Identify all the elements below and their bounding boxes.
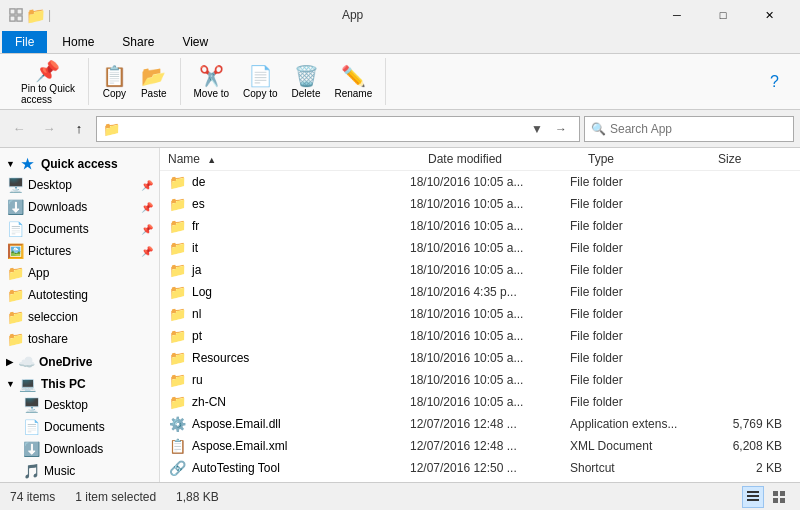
table-row[interactable]: ⚙️ Aspose.Email.dll 12/07/2016 12:48 ...… bbox=[160, 413, 800, 435]
folder-breadcrumb-icon: 📁 bbox=[103, 121, 120, 137]
rename-button[interactable]: ✏️ Rename bbox=[329, 61, 377, 102]
file-date: 18/10/2016 10:05 a... bbox=[410, 395, 570, 409]
forward-button[interactable]: → bbox=[36, 116, 62, 142]
file-name: ja bbox=[192, 263, 201, 277]
file-icon: ⚙️ bbox=[168, 415, 186, 433]
maximize-button[interactable]: □ bbox=[700, 0, 746, 30]
copy-to-button[interactable]: 📄 Copy to bbox=[238, 61, 282, 102]
minimize-button[interactable]: ─ bbox=[654, 0, 700, 30]
help-button[interactable]: ? bbox=[765, 70, 784, 94]
sidebar-item-seleccion[interactable]: 📁 seleccion bbox=[0, 306, 159, 328]
table-row[interactable]: 📁 de 18/10/2016 10:05 a... File folder bbox=[160, 171, 800, 193]
file-name: AutoTesting Tool bbox=[192, 461, 280, 475]
file-name-cell: ⚙️ Bizagi.AutoTesting.dll bbox=[168, 481, 410, 482]
table-row[interactable]: 🔗 AutoTesting Tool 12/07/2016 12:50 ... … bbox=[160, 457, 800, 479]
column-name[interactable]: Name ▲ bbox=[168, 152, 428, 166]
sidebar-label: Downloads bbox=[28, 200, 139, 214]
close-button[interactable]: ✕ bbox=[746, 0, 792, 30]
search-input[interactable] bbox=[610, 122, 787, 136]
file-type: File folder bbox=[570, 285, 700, 299]
sidebar-section-thispc[interactable]: ▼ 💻 This PC bbox=[0, 372, 159, 394]
tab-view[interactable]: View bbox=[169, 31, 221, 53]
ribbon: 📌 Pin to Quickaccess 📋 Copy 📂 Paste ✂️ M… bbox=[0, 54, 800, 110]
large-icons-view-button[interactable] bbox=[768, 486, 790, 508]
pin-indicator: 📌 bbox=[141, 224, 153, 235]
sidebar-item-thispc-music[interactable]: 🎵 Music bbox=[0, 460, 159, 482]
file-name-cell: 📁 fr bbox=[168, 217, 410, 235]
file-date: 18/10/2016 10:05 a... bbox=[410, 219, 570, 233]
file-icon: 📋 bbox=[168, 437, 186, 455]
file-type: XML Document bbox=[570, 439, 700, 453]
sidebar-item-downloads[interactable]: ⬇️ Downloads 📌 bbox=[0, 196, 159, 218]
sidebar-item-autotesting[interactable]: 📁 Autotesting bbox=[0, 284, 159, 306]
column-date[interactable]: Date modified bbox=[428, 152, 588, 166]
table-row[interactable]: 📁 it 18/10/2016 10:05 a... File folder bbox=[160, 237, 800, 259]
file-name-cell: 📁 Log bbox=[168, 283, 410, 301]
file-date: 18/10/2016 10:05 a... bbox=[410, 175, 570, 189]
column-type[interactable]: Type bbox=[588, 152, 718, 166]
copy-button[interactable]: 📋 Copy bbox=[97, 61, 132, 102]
tab-file[interactable]: File bbox=[2, 31, 47, 53]
sidebar-item-desktop[interactable]: 🖥️ Desktop 📌 bbox=[0, 174, 159, 196]
table-row[interactable]: ⚙️ Bizagi.AutoTesting.dll 2/09/2016 9:05… bbox=[160, 479, 800, 482]
onedrive-icon: ☁️ bbox=[17, 354, 35, 370]
pin-to-quick-access-button[interactable]: 📌 Pin to Quickaccess bbox=[16, 56, 80, 108]
table-row[interactable]: 📁 fr 18/10/2016 10:05 a... File folder bbox=[160, 215, 800, 237]
file-name: it bbox=[192, 241, 198, 255]
table-row[interactable]: 📁 ja 18/10/2016 10:05 a... File folder bbox=[160, 259, 800, 281]
table-row[interactable]: 📁 zh-CN 18/10/2016 10:05 a... File folde… bbox=[160, 391, 800, 413]
address-input[interactable] bbox=[124, 122, 525, 136]
chevron-right-icon: ▶ bbox=[6, 357, 13, 367]
address-dropdown-button[interactable]: ▼ bbox=[525, 117, 549, 141]
file-icon: 📁 bbox=[168, 261, 186, 279]
sidebar-item-pictures[interactable]: 🖼️ Pictures 📌 bbox=[0, 240, 159, 262]
svg-rect-0 bbox=[10, 9, 15, 14]
move-to-button[interactable]: ✂️ Move to bbox=[189, 61, 235, 102]
pin-indicator: 📌 bbox=[141, 246, 153, 257]
file-size: 5,769 KB bbox=[700, 417, 790, 431]
search-bar[interactable]: 🔍 bbox=[584, 116, 794, 142]
delete-button[interactable]: 🗑️ Delete bbox=[287, 61, 326, 102]
sidebar-item-app[interactable]: 📁 App bbox=[0, 262, 159, 284]
tab-share[interactable]: Share bbox=[109, 31, 167, 53]
svg-rect-7 bbox=[773, 491, 778, 496]
sidebar-label: Downloads bbox=[44, 442, 153, 456]
desktop-icon: 🖥️ bbox=[22, 397, 40, 413]
quick-access-icon: 📁 bbox=[28, 7, 44, 23]
folder-icon: 📁 bbox=[6, 265, 24, 281]
column-size[interactable]: Size bbox=[718, 152, 800, 166]
selected-count: 1 item selected bbox=[75, 490, 156, 504]
file-date: 18/10/2016 10:05 a... bbox=[410, 241, 570, 255]
table-row[interactable]: 📁 es 18/10/2016 10:05 a... File folder bbox=[160, 193, 800, 215]
file-name-cell: 🔗 AutoTesting Tool bbox=[168, 459, 410, 477]
quick-access-icon: ★ bbox=[19, 156, 37, 172]
tab-home[interactable]: Home bbox=[49, 31, 107, 53]
address-bar[interactable]: 📁 ▼ → bbox=[96, 116, 580, 142]
table-row[interactable]: 📁 ru 18/10/2016 10:05 a... File folder bbox=[160, 369, 800, 391]
details-view-button[interactable] bbox=[742, 486, 764, 508]
sidebar-section-onedrive[interactable]: ▶ ☁️ OneDrive bbox=[0, 350, 159, 372]
sidebar-item-documents[interactable]: 📄 Documents 📌 bbox=[0, 218, 159, 240]
copyto-label: Copy to bbox=[243, 88, 277, 99]
table-row[interactable]: 📁 nl 18/10/2016 10:05 a... File folder bbox=[160, 303, 800, 325]
sidebar-item-thispc-documents[interactable]: 📄 Documents bbox=[0, 416, 159, 438]
sidebar-item-thispc-downloads[interactable]: ⬇️ Downloads bbox=[0, 438, 159, 460]
sidebar-label: Documents bbox=[44, 420, 153, 434]
sidebar-item-thispc-desktop[interactable]: 🖥️ Desktop bbox=[0, 394, 159, 416]
paste-button[interactable]: 📂 Paste bbox=[136, 61, 172, 102]
sidebar-label: Autotesting bbox=[28, 288, 153, 302]
paste-label: Paste bbox=[141, 88, 167, 99]
address-go-button[interactable]: → bbox=[549, 117, 573, 141]
table-row[interactable]: 📁 pt 18/10/2016 10:05 a... File folder bbox=[160, 325, 800, 347]
table-row[interactable]: 📁 Log 18/10/2016 4:35 p... File folder bbox=[160, 281, 800, 303]
sidebar-item-toshare[interactable]: 📁 toshare bbox=[0, 328, 159, 350]
file-name: pt bbox=[192, 329, 202, 343]
table-row[interactable]: 📁 Resources 18/10/2016 10:05 a... File f… bbox=[160, 347, 800, 369]
back-button[interactable]: ← bbox=[6, 116, 32, 142]
svg-rect-9 bbox=[773, 498, 778, 503]
filelist-header: Name ▲ Date modified Type Size bbox=[160, 148, 800, 171]
up-button[interactable]: ↑ bbox=[66, 116, 92, 142]
titlebar-controls: ─ □ ✕ bbox=[654, 0, 792, 30]
sidebar-section-quick-access[interactable]: ▼ ★ Quick access bbox=[0, 152, 159, 174]
table-row[interactable]: 📋 Aspose.Email.xml 12/07/2016 12:48 ... … bbox=[160, 435, 800, 457]
